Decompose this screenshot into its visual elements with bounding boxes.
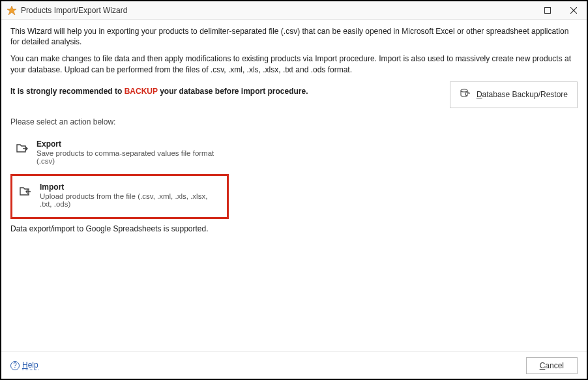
cancel-button[interactable]: Cancel — [526, 357, 578, 374]
select-action-label: Please select an action below: — [10, 117, 578, 126]
app-icon — [7, 5, 17, 16]
close-button[interactable] — [565, 4, 583, 17]
export-title: Export — [37, 139, 220, 149]
export-texts: Export Save products to comma-separated … — [37, 139, 220, 165]
window-title: Products Import/Export Wizard — [21, 6, 127, 15]
import-description: Upload products from the file (.csv, .xm… — [40, 192, 220, 208]
window-controls — [538, 4, 583, 17]
recommend-row: It is strongly recommended to BACKUP you… — [10, 81, 578, 108]
svg-rect-0 — [545, 7, 551, 13]
export-description: Save products to comma-separated values … — [37, 149, 220, 165]
footer: ? Help Cancel — [1, 351, 587, 379]
titlebar: Products Import/Export Wizard — [1, 1, 587, 20]
maximize-button[interactable] — [538, 4, 557, 17]
wizard-content: This Wizard will help you in exporting y… — [1, 20, 587, 351]
import-icon — [19, 184, 32, 197]
intro-paragraph-1: This Wizard will help you in exporting y… — [10, 26, 578, 47]
export-option[interactable]: Export Save products to comma-separated … — [10, 134, 226, 170]
database-icon — [460, 89, 471, 101]
recommend-suffix: your database before import procedure. — [158, 87, 308, 96]
google-spreadsheets-note: Data export/import to Google Spreadsheet… — [10, 224, 578, 233]
recommend-prefix: It is strongly recommended to — [10, 87, 125, 96]
intro-paragraph-2: You can make changes to file data and th… — [10, 53, 578, 74]
import-texts: Import Upload products from the file (.c… — [40, 183, 220, 208]
help-icon: ? — [10, 361, 20, 370]
backup-recommendation: It is strongly recommended to BACKUP you… — [10, 81, 308, 96]
import-title: Import — [40, 183, 220, 192]
database-backup-restore-button[interactable]: Database Backup/Restore — [450, 81, 578, 108]
backup-button-label: Database Backup/Restore — [477, 90, 568, 99]
svg-point-3 — [461, 89, 467, 92]
export-icon — [16, 141, 29, 154]
help-label: Help — [22, 360, 38, 370]
import-option[interactable]: Import Upload products from the file (.c… — [10, 174, 229, 219]
backup-word: BACKUP — [125, 87, 158, 96]
help-link[interactable]: ? Help — [10, 360, 38, 370]
